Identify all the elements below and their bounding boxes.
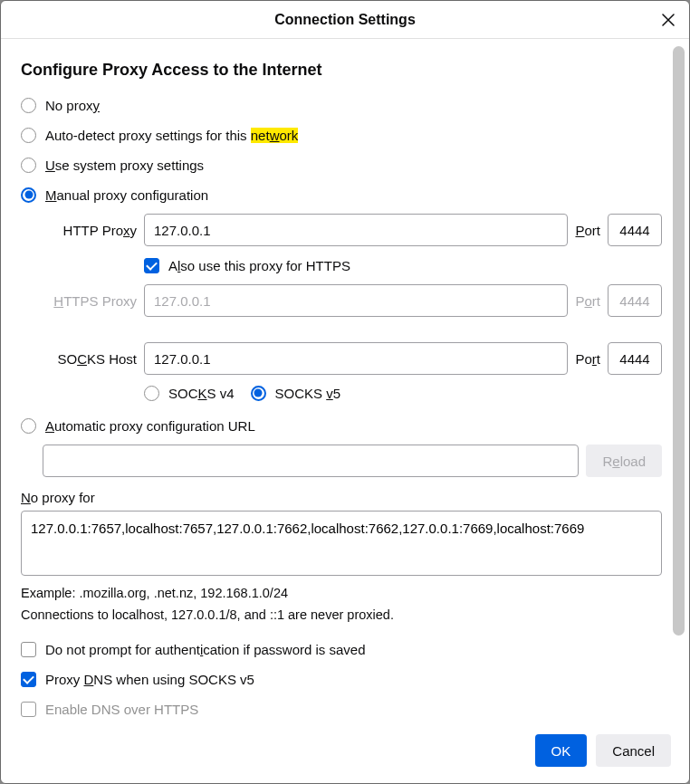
socks-host-row: SOCKS Host Port xyxy=(43,342,662,375)
cancel-button[interactable]: Cancel xyxy=(596,734,671,767)
radio-socks5-row[interactable]: SOCKS v5 xyxy=(251,382,341,404)
https-proxy-input xyxy=(144,284,568,317)
vertical-scrollbar[interactable] xyxy=(672,46,685,716)
dialog-footer: OK Cancel xyxy=(1,723,689,783)
socks-host-label: SOCKS Host xyxy=(43,351,137,367)
also-https-checkbox[interactable] xyxy=(144,258,159,273)
scroll-area: Configure Proxy Access to the Internet N… xyxy=(1,39,689,723)
radio-system-proxy-label: Use system proxy settings xyxy=(45,158,204,173)
radio-auto-detect[interactable] xyxy=(21,128,36,143)
no-proxy-for-label: No proxy for xyxy=(21,490,662,505)
http-proxy-row: HTTP Proxy Port xyxy=(43,214,662,246)
socks-port-input[interactable] xyxy=(608,342,662,375)
http-port-input[interactable] xyxy=(608,214,662,246)
radio-auto-detect-row[interactable]: Auto-detect proxy settings for this netw… xyxy=(21,124,662,146)
ok-button[interactable]: OK xyxy=(535,734,588,767)
scrollbar-thumb[interactable] xyxy=(673,46,685,636)
also-https-label: Also use this proxy for HTTPS xyxy=(168,258,350,273)
enable-dns-https-row[interactable]: Enable DNS over HTTPS xyxy=(21,698,662,720)
https-proxy-label: HTTPS Proxy xyxy=(43,293,137,309)
radio-manual-proxy-row[interactable]: Manual proxy configuration xyxy=(21,184,662,206)
radio-manual-proxy[interactable] xyxy=(21,187,36,203)
close-icon xyxy=(662,14,675,26)
no-prompt-auth-row[interactable]: Do not prompt for authentication if pass… xyxy=(21,638,662,660)
no-prompt-auth-label: Do not prompt for authentication if pass… xyxy=(45,642,366,657)
radio-socks5-label: SOCKS v5 xyxy=(275,386,341,401)
connection-settings-dialog: Connection Settings Configure Proxy Acce… xyxy=(0,0,690,784)
http-proxy-input[interactable] xyxy=(144,214,568,246)
radio-system-proxy[interactable] xyxy=(21,158,36,173)
radio-no-proxy[interactable] xyxy=(21,98,36,113)
radio-socks4-label: SOCKS v4 xyxy=(168,386,235,401)
also-https-row[interactable]: Also use this proxy for HTTPS xyxy=(144,254,662,276)
socks-port-label: Port xyxy=(575,351,600,367)
no-proxy-for-textarea[interactable]: 127.0.0.1:7657,localhost:7657,127.0.0.1:… xyxy=(21,511,662,576)
https-port-label: Port xyxy=(575,293,600,309)
socks-version-row: SOCKS v4 SOCKS v5 xyxy=(144,382,662,404)
radio-auto-url-label: Automatic proxy configuration URL xyxy=(45,418,255,434)
http-proxy-label: HTTP Proxy xyxy=(43,223,137,238)
reload-button: Reload xyxy=(586,445,662,477)
auto-url-input xyxy=(43,445,579,477)
localhost-note: Connections to localhost, 127.0.0.1/8, a… xyxy=(21,607,662,622)
radio-auto-detect-label: Auto-detect proxy settings for this netw… xyxy=(45,128,298,143)
manual-proxy-fields: HTTP Proxy Port Also use this proxy for … xyxy=(43,214,662,404)
radio-socks4-row[interactable]: SOCKS v4 xyxy=(144,382,235,404)
example-text: Example: .mozilla.org, .net.nz, 192.168.… xyxy=(21,586,662,600)
radio-socks4[interactable] xyxy=(144,386,159,401)
socks-host-input[interactable] xyxy=(144,342,568,375)
radio-manual-proxy-label: Manual proxy configuration xyxy=(45,187,208,203)
proxy-dns-socks5-row[interactable]: Proxy DNS when using SOCKS v5 xyxy=(21,668,662,690)
dialog-title: Connection Settings xyxy=(274,12,416,28)
title-bar: Connection Settings xyxy=(1,1,689,39)
radio-auto-url-row[interactable]: Automatic proxy configuration URL xyxy=(21,415,662,436)
radio-no-proxy-row[interactable]: No proxy xyxy=(21,94,662,116)
proxy-dns-socks5-checkbox[interactable] xyxy=(21,672,36,687)
radio-no-proxy-label: No proxy xyxy=(45,98,100,113)
close-button[interactable] xyxy=(655,6,682,33)
extra-checks: Do not prompt for authentication if pass… xyxy=(21,638,662,720)
auto-url-field-row: Reload xyxy=(43,445,662,477)
enable-dns-https-label: Enable DNS over HTTPS xyxy=(45,702,198,717)
https-proxy-row: HTTPS Proxy Port xyxy=(43,284,662,317)
radio-auto-url[interactable] xyxy=(21,418,36,434)
enable-dns-https-checkbox[interactable] xyxy=(21,702,36,717)
content: Configure Proxy Access to the Internet N… xyxy=(21,39,662,723)
radio-system-proxy-row[interactable]: Use system proxy settings xyxy=(21,154,662,176)
section-heading: Configure Proxy Access to the Internet xyxy=(21,61,662,80)
proxy-dns-socks5-label: Proxy DNS when using SOCKS v5 xyxy=(45,672,254,687)
https-port-input xyxy=(608,284,662,317)
no-prompt-auth-checkbox[interactable] xyxy=(21,642,36,657)
radio-socks5[interactable] xyxy=(251,386,266,401)
http-port-label: Port xyxy=(575,223,600,238)
